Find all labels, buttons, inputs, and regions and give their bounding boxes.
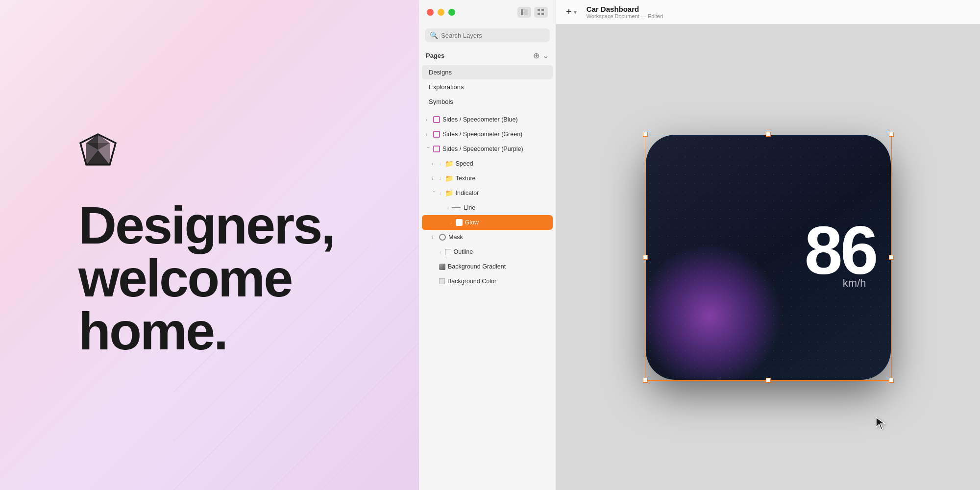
override-icon: ↓ [447, 205, 449, 210]
chevron-icon: › [426, 132, 431, 137]
minimize-button[interactable] [438, 9, 444, 16]
layer-label: Background Color [447, 278, 551, 285]
layer-label: Outline [454, 248, 551, 255]
layer-label: Texture [456, 175, 551, 182]
svg-line-0 [174, 245, 419, 490]
page-item-designs[interactable]: Designs [422, 65, 553, 79]
chevron-icon: › [432, 235, 437, 240]
svg-line-5 [321, 392, 419, 490]
layer-outline[interactable]: ↓ Outline [419, 245, 556, 259]
hero-bg-decoration [174, 245, 419, 490]
override-icon: ↓ [439, 161, 441, 166]
hero-panel: Designers, welcome home. [0, 0, 419, 490]
chevron-icon: › [426, 147, 431, 151]
add-layer-button[interactable]: + ▾ [566, 6, 577, 18]
override-icon: ↓ [439, 176, 441, 181]
search-bar[interactable]: 🔍 [425, 28, 550, 42]
chevron-icon: › [432, 191, 437, 196]
artboard-icon [433, 146, 440, 152]
override-icon: ↓ [439, 191, 441, 196]
sidebar-titlebar [419, 0, 556, 24]
chevron-icon: › [432, 161, 437, 167]
svg-line-3 [223, 294, 419, 490]
search-icon: 🔍 [430, 31, 438, 39]
cursor-icon [875, 416, 886, 434]
folder-icon: 📁 [445, 174, 453, 182]
layer-background-color[interactable]: Background Color [419, 274, 556, 289]
layer-label: Sides / Speedometer (Blue) [442, 116, 551, 123]
pages-actions: ⊕ ⌄ [533, 51, 549, 60]
chevron-icon: › [426, 117, 431, 122]
layer-background-gradient[interactable]: Background Gradient [419, 259, 556, 274]
panel-toggle-button[interactable] [517, 7, 531, 18]
search-input[interactable] [441, 32, 545, 39]
outline-icon [445, 249, 451, 255]
close-button[interactable] [427, 9, 434, 16]
svg-rect-18 [541, 13, 544, 15]
plus-icon: + [566, 6, 572, 18]
override-icon: ↓ [439, 249, 441, 254]
folder-icon: 📁 [445, 160, 453, 168]
svg-rect-16 [541, 9, 544, 11]
dropdown-chevron-icon: ▾ [574, 9, 577, 16]
document-title: Car Dashboard [587, 5, 663, 13]
oval-icon [439, 234, 446, 241]
color-rect-icon [439, 278, 445, 284]
svg-line-1 [174, 245, 370, 441]
artboard-icon [433, 116, 440, 123]
svg-rect-14 [524, 9, 528, 15]
layer-label: Sides / Speedometer (Green) [442, 131, 551, 138]
folder-icon: 📁 [445, 189, 453, 197]
speedometer-card: 86 km/h [646, 135, 891, 380]
speedometer-speed-value: 86 [805, 216, 876, 285]
add-page-button[interactable]: ⊕ [533, 51, 539, 60]
artboard-icon [433, 131, 440, 138]
maximize-button[interactable] [448, 9, 455, 16]
layer-label: Glow [465, 219, 548, 226]
layer-label: Mask [448, 234, 551, 241]
page-item-symbols[interactable]: Symbols [422, 95, 553, 109]
layer-line[interactable]: ↓ Line [419, 200, 556, 215]
svg-rect-15 [538, 9, 540, 11]
pages-header: Pages ⊕ ⌄ [419, 48, 556, 63]
glow-icon [456, 219, 463, 226]
document-subtitle: Workspace Document — Edited [587, 13, 663, 19]
gradient-icon [439, 264, 445, 270]
sidebar: 🔍 Pages ⊕ ⌄ Designs Explorations Symbols… [419, 0, 556, 490]
sketch-logo [78, 132, 380, 170]
pages-label: Pages [426, 52, 533, 59]
layer-label: Sides / Speedometer (Purple) [442, 146, 551, 152]
layer-label: Background Gradient [448, 263, 551, 270]
layer-speedometer-purple[interactable]: › Sides / Speedometer (Purple) [419, 142, 556, 156]
speedometer-unit: km/h [843, 277, 866, 290]
app-window: 🔍 Pages ⊕ ⌄ Designs Explorations Symbols… [419, 0, 980, 490]
grid-view-button[interactable] [534, 7, 548, 18]
traffic-lights [427, 9, 455, 16]
chevron-icon: › [432, 176, 437, 181]
expand-pages-button[interactable]: ⌄ [542, 51, 549, 60]
layer-mask[interactable]: › Mask [419, 230, 556, 245]
override-icon: ↓ [450, 220, 452, 225]
canvas-toolbar: + ▾ Car Dashboard Workspace Document — E… [556, 0, 980, 24]
canvas-area: + ▾ Car Dashboard Workspace Document — E… [556, 0, 980, 490]
svg-line-2 [174, 245, 321, 392]
canvas-content[interactable]: 86 km/h [556, 24, 980, 490]
layer-speed[interactable]: › ↓ 📁 Speed [419, 156, 556, 171]
layer-speedometer-green[interactable]: › Sides / Speedometer (Green) [419, 127, 556, 142]
layer-speedometer-blue[interactable]: › Sides / Speedometer (Blue) [419, 112, 556, 127]
svg-rect-13 [521, 9, 523, 15]
layer-texture[interactable]: › ↓ 📁 Texture [419, 171, 556, 186]
layer-label: Indicator [456, 190, 551, 196]
layer-indicator[interactable]: › ↓ 📁 Indicator [419, 186, 556, 200]
page-item-explorations[interactable]: Explorations [422, 80, 553, 94]
svg-line-4 [272, 343, 419, 490]
speedometer-container: 86 km/h [631, 66, 906, 448]
toolbar-title-area: Car Dashboard Workspace Document — Edite… [587, 5, 663, 19]
window-controls [517, 7, 548, 18]
layers-list: › Sides / Speedometer (Blue) › Sides / S… [419, 109, 556, 490]
layer-label: Speed [456, 160, 551, 167]
layer-label: Line [464, 204, 551, 211]
layer-glow[interactable]: ↓ Glow [422, 215, 553, 230]
svg-rect-17 [538, 13, 540, 15]
line-icon [452, 207, 461, 208]
